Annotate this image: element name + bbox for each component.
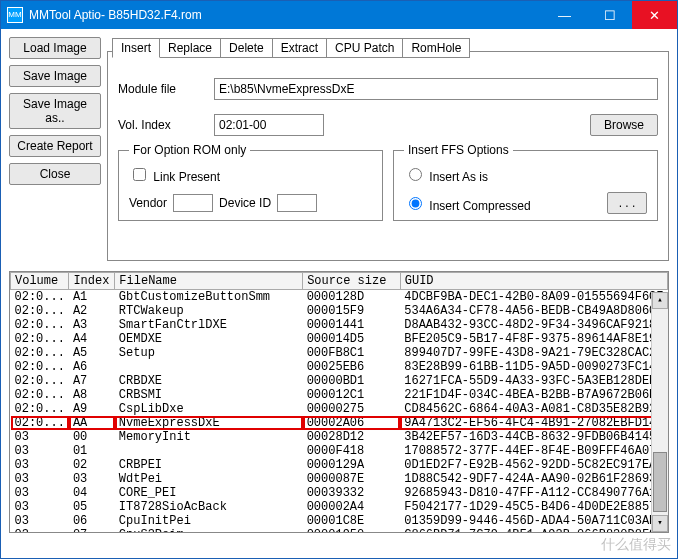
- close-app-button[interactable]: Close: [9, 163, 101, 185]
- cell-idx: A6: [69, 360, 115, 374]
- scroll-thumb[interactable]: [653, 452, 667, 512]
- cell-idx: A9: [69, 402, 115, 416]
- table-row[interactable]: 02:0...A9CspLibDxe00000275CD84562C-6864-…: [11, 402, 668, 416]
- col-volume[interactable]: Volume: [11, 273, 69, 290]
- cell-idx: 01: [69, 444, 115, 458]
- table-row[interactable]: 0306CpuInitPei00001C8E01359D99-9446-456D…: [11, 514, 668, 528]
- cell-vol: 03: [11, 500, 69, 514]
- ffs-more-button[interactable]: . . .: [607, 192, 647, 214]
- cell-vol: 02:0...: [11, 332, 69, 346]
- cell-src: 00028D12: [303, 430, 401, 444]
- scroll-up-button[interactable]: ▴: [652, 292, 668, 309]
- app-icon: MM: [7, 7, 23, 23]
- save-image-button[interactable]: Save Image: [9, 65, 101, 87]
- link-present-input[interactable]: [133, 168, 146, 181]
- cell-guid: 0D1ED2F7-E92B-4562-92DD-5C82EC917EAE: [400, 458, 667, 472]
- col-source-size[interactable]: Source size: [303, 273, 401, 290]
- insert-compressed-radio[interactable]: Insert Compressed: [404, 194, 607, 213]
- cell-vol: 03: [11, 458, 69, 472]
- insert-compressed-input[interactable]: [409, 197, 422, 210]
- cell-src: 000012C1: [303, 388, 401, 402]
- cell-idx: 07: [69, 528, 115, 533]
- table-row[interactable]: 0303WdtPei0000087E1D88C542-9DF7-424A-AA9…: [11, 472, 668, 486]
- table-row[interactable]: 02:0...A2RTCWakeup000015F9534A6A34-CF78-…: [11, 304, 668, 318]
- cell-src: 00001441: [303, 318, 401, 332]
- tab-cpu-patch[interactable]: CPU Patch: [326, 38, 403, 58]
- cell-guid: F5042177-1D29-45C5-B4D6-4D0DE2E88575: [400, 500, 667, 514]
- col-guid[interactable]: GUID: [400, 273, 667, 290]
- cell-file: MemoryInit: [115, 430, 303, 444]
- cell-guid: 01359D99-9446-456D-ADA4-50A711C03ADA: [400, 514, 667, 528]
- cell-guid: CD84562C-6864-40A3-A081-C8D35E82B920: [400, 402, 667, 416]
- tab-strip: Insert Replace Delete Extract CPU Patch …: [112, 38, 469, 58]
- cell-guid: 92685943-D810-47FF-A112-CC8490776A1F: [400, 486, 667, 500]
- close-button[interactable]: ✕: [632, 1, 677, 29]
- table-row[interactable]: 02:0...A7CRBDXE00000BD116271FCA-55D9-4A3…: [11, 374, 668, 388]
- insert-as-is-label: Insert As is: [429, 170, 488, 184]
- vertical-scrollbar[interactable]: ▴ ▾: [651, 292, 668, 532]
- cell-guid: 221F1D4F-034C-4BEA-B2BB-B7A9672B06D7: [400, 388, 667, 402]
- scroll-down-button[interactable]: ▾: [652, 515, 668, 532]
- table-row[interactable]: 0305IT8728SioAcBack000002A4F5042177-1D29…: [11, 500, 668, 514]
- cell-file: [115, 444, 303, 458]
- cell-vol: 03: [11, 486, 69, 500]
- cell-guid: BFE205C9-5B17-4F8F-9375-89614AF8E199: [400, 332, 667, 346]
- cell-guid: 899407D7-99FE-43D8-9A21-79EC328CAC21: [400, 346, 667, 360]
- cell-src: 00025EB6: [303, 360, 401, 374]
- table-row[interactable]: 0302CRBPEI0000129A0D1ED2F7-E92B-4562-92D…: [11, 458, 668, 472]
- cell-guid: 1D88C542-9DF7-424A-AA90-02B61F286938: [400, 472, 667, 486]
- cell-idx: 02: [69, 458, 115, 472]
- insert-as-is-radio[interactable]: Insert As is: [404, 165, 647, 184]
- insert-as-is-input[interactable]: [409, 168, 422, 181]
- table-row[interactable]: 02:0...AANvmeExpressDxE00002A069A4713C2-…: [11, 416, 668, 430]
- vol-index-input[interactable]: [214, 114, 324, 136]
- cell-src: 0000128D: [303, 290, 401, 305]
- cell-vol: 02:0...: [11, 290, 69, 305]
- ffs-options-group-title: Insert FFS Options: [404, 143, 513, 157]
- device-id-input[interactable]: [277, 194, 317, 212]
- create-report-button[interactable]: Create Report: [9, 135, 101, 157]
- table-row[interactable]: 02:0...A5Setup000FB8C1899407D7-99FE-43D8…: [11, 346, 668, 360]
- module-table: Volume Index FileName Source size GUID 0…: [10, 272, 668, 533]
- table-row[interactable]: 02:0...A600025EB683E28B99-61BB-11D5-9A5D…: [11, 360, 668, 374]
- vendor-input[interactable]: [173, 194, 213, 212]
- cell-idx: 06: [69, 514, 115, 528]
- col-index[interactable]: Index: [69, 273, 115, 290]
- cell-src: 000015F9: [303, 304, 401, 318]
- cell-idx: A4: [69, 332, 115, 346]
- cell-file: WdtPei: [115, 472, 303, 486]
- tab-extract[interactable]: Extract: [272, 38, 327, 58]
- cell-src: 000014D5: [303, 332, 401, 346]
- cell-src: 00001950: [303, 528, 401, 533]
- cell-vol: 03: [11, 514, 69, 528]
- table-row[interactable]: 02:0...A3SmartFanCtrlDXE00001441D8AAB432…: [11, 318, 668, 332]
- load-image-button[interactable]: Load Image: [9, 37, 101, 59]
- cell-guid: 83E28B99-61BB-11D5-9A5D-0090273FC14D: [400, 360, 667, 374]
- tab-romhole[interactable]: RomHole: [402, 38, 470, 58]
- save-image-as-button[interactable]: Save Image as..: [9, 93, 101, 129]
- option-rom-group: For Option ROM only Link Present Vendor …: [118, 150, 383, 221]
- tab-insert[interactable]: Insert: [112, 38, 160, 58]
- table-row[interactable]: 03010000F41817088572-377F-44EF-8F4E-B09F…: [11, 444, 668, 458]
- link-present-checkbox[interactable]: Link Present: [129, 170, 220, 184]
- cell-file: CRBPEI: [115, 458, 303, 472]
- module-file-input[interactable]: [214, 78, 658, 100]
- maximize-button[interactable]: ☐: [587, 1, 632, 29]
- vol-index-label: Vol. Index: [118, 118, 214, 132]
- col-filename[interactable]: FileName: [115, 273, 303, 290]
- tab-delete[interactable]: Delete: [220, 38, 273, 58]
- table-row[interactable]: 02:0...A8CRBSMI000012C1221F1D4F-034C-4BE…: [11, 388, 668, 402]
- table-row[interactable]: 0304CORE_PEI0003933292685943-D810-47FF-A…: [11, 486, 668, 500]
- minimize-button[interactable]: —: [542, 1, 587, 29]
- cell-vol: 03: [11, 528, 69, 533]
- tab-replace[interactable]: Replace: [159, 38, 221, 58]
- cell-idx: 04: [69, 486, 115, 500]
- cell-file: NvmeExpressDxE: [115, 416, 303, 430]
- table-row[interactable]: 02:0...A1GbtCustomizeButtonSmm0000128D4D…: [11, 290, 668, 305]
- table-row[interactable]: 02:0...A4OEMDXE000014D5BFE205C9-5B17-4F8…: [11, 332, 668, 346]
- cell-vol: 03: [11, 444, 69, 458]
- cell-vol: 02:0...: [11, 360, 69, 374]
- browse-button[interactable]: Browse: [590, 114, 658, 136]
- table-row[interactable]: 0300MemoryInit00028D123B42EF57-16D3-44CB…: [11, 430, 668, 444]
- table-row[interactable]: 0307CpuS3Peim00001950C866BD71-7C79-4BF1-…: [11, 528, 668, 533]
